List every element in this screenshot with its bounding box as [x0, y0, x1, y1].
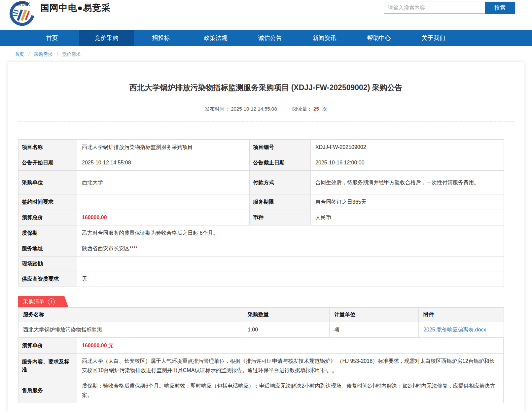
table-row: 预算总价 160000.00 币种 人民币 — [18, 210, 504, 225]
field-label: 公告截止日期 — [250, 155, 311, 171]
nav-item-news[interactable]: 新闻资讯 — [297, 30, 352, 46]
field-value-service-term: 自合同签订之日365天 — [311, 194, 504, 210]
publish-time-value: 2025-10-12 14:55:08 — [231, 106, 277, 112]
purchase-list-count-badge: 1 — [48, 298, 55, 305]
field-value-purchaser: 西北大学 — [77, 171, 250, 194]
field-value-project-no: XDJJ-FW-202509002 — [311, 140, 504, 155]
field-label: 币种 — [250, 210, 311, 225]
field-value-currency: 人民币 — [311, 210, 504, 225]
table-header-row: 服务名称 采购数量 计量单位 附件 — [18, 308, 504, 322]
table-row: 售后服务 质保期：验收合格后质保期6个月。响应时效：即时响应（包括电话响应）；电… — [18, 378, 504, 403]
table-row: 服务内容、要求及标准 西北大学（太白、长安校区）属于大气环境重点排污管理单位，根… — [18, 354, 504, 378]
table-row: 供应商资质要求 无 — [18, 271, 504, 287]
read-count-unit: 次 — [322, 106, 327, 112]
site-title: 国网中电●易竞采 — [40, 2, 111, 14]
field-value-sign-time — [77, 194, 250, 210]
search-input[interactable] — [384, 2, 485, 14]
announcement-card: 西北大学锅炉排放污染物指标监测服务采购项目 (XDJJ-FW-202509002… — [8, 62, 524, 412]
site-logo-icon: 易竞采 — [7, 0, 37, 28]
field-value-payment: 合同生效后，待服务期满并经甲方验收合格后，一次性付清服务费用。 — [311, 171, 504, 194]
breadcrumb-separator: / — [57, 52, 58, 57]
read-count-label: 阅读量： — [292, 106, 312, 112]
field-value-warranty: 乙方对合同服务的质量保证期为验收合格后之日起 6个月。 — [77, 225, 504, 241]
field-label: 服务期限 — [250, 194, 311, 210]
field-label: 供应商资质要求 — [18, 271, 77, 287]
purchase-detail-table: 预算单价 160000.00 元 服务内容、要求及标准 西北大学（太白、长安校区… — [18, 338, 504, 403]
nav-item-about[interactable]: 关于我们 — [406, 30, 461, 46]
table-row: 西北大学锅炉排放污染物指标监测 1.00 项 2025.竞价响应偏离表.docx — [18, 322, 504, 338]
cell-quantity: 1.00 — [243, 322, 330, 338]
project-info-table: 项目名称 西北大学锅炉排放污染物指标监测服务采购项目 项目编号 XDJJ-FW-… — [18, 139, 504, 287]
field-label: 项目名称 — [18, 140, 77, 155]
page-title: 西北大学锅炉排放污染物指标监测服务采购项目 (XDJJ-FW-202509002… — [8, 83, 524, 93]
search-area: 搜索 — [384, 2, 515, 14]
cell-unit: 项 — [330, 322, 419, 338]
top-header: 易竞采 国网中电●易竞采 搜索 — [0, 0, 532, 30]
field-label: 预算总价 — [18, 210, 77, 225]
table-row: 采购单位 西北大学 付款方式 合同生效后，待服务期满并经甲方验收合格后，一次性付… — [18, 171, 504, 194]
field-value-project-name: 西北大学锅炉排放污染物指标监测服务采购项目 — [77, 140, 250, 155]
dashed-divider — [18, 121, 514, 121]
purchase-list-tag: 采购清单 1 — [18, 296, 68, 307]
breadcrumb-purchase-demand[interactable]: 采购需求 — [34, 52, 53, 57]
field-value-service-content: 西北大学（太白、长安校区）属于大气环境重点排污管理单位，根据《排污许可证申请与核… — [77, 354, 504, 378]
table-row: 现场踏勘 — [18, 257, 504, 271]
breadcrumb: 首页 / 采购需求 / 竞价需求 — [0, 46, 532, 62]
nav-item-integrity[interactable]: 诚信公告 — [243, 30, 297, 46]
nav-item-tenders[interactable]: 招投标 — [134, 30, 188, 46]
main-nav: 首页 竞价采购 招投标 政策法规 诚信公告 新闻资讯 帮助中心 关于我们 — [0, 30, 532, 46]
field-label: 售后服务 — [18, 378, 77, 403]
field-value-end-date: 2025-10-16 12:00:00 — [311, 155, 504, 171]
field-value-aftersale-service: 质保期：验收合格后质保期6个月。响应时效：即时响应（包括电话响应）；电话响应无法… — [77, 378, 504, 403]
publish-time-label: 发布时间： — [205, 106, 230, 112]
field-value-site-survey — [77, 257, 504, 271]
purchase-list-table: 服务名称 采购数量 计量单位 附件 西北大学锅炉排放污染物指标监测 1.00 项… — [18, 307, 504, 338]
attachment-link[interactable]: 2025.竞价响应偏离表.docx — [423, 327, 486, 332]
field-value-total-budget: 160000.00 — [77, 210, 250, 225]
table-row: 签约时间要求 服务期限 自合同签订之日365天 — [18, 194, 504, 210]
field-value-address: 陕西省西安市长安区**** — [77, 241, 504, 257]
purchase-list-tag-label: 采购清单 — [23, 298, 44, 305]
site-logo[interactable]: 易竞采 — [7, 0, 37, 28]
field-label: 签约时间要求 — [18, 194, 77, 210]
column-header-service-name: 服务名称 — [18, 308, 243, 322]
field-label: 采购单位 — [18, 171, 77, 194]
breadcrumb-current: 竞价需求 — [62, 52, 81, 57]
field-label: 质保期 — [18, 225, 77, 241]
nav-item-policies[interactable]: 政策法规 — [188, 30, 243, 46]
field-label: 公告开始日期 — [18, 155, 77, 171]
field-label: 付款方式 — [250, 171, 311, 194]
cell-service-name: 西北大学锅炉排放污染物指标监测 — [18, 322, 243, 338]
field-label: 服务内容、要求及标准 — [18, 354, 77, 378]
table-row: 项目名称 西北大学锅炉排放污染物指标监测服务采购项目 项目编号 XDJJ-FW-… — [18, 140, 504, 155]
column-header-unit: 计量单位 — [330, 308, 419, 322]
field-label: 预算单价 — [18, 338, 77, 354]
column-header-quantity: 采购数量 — [243, 308, 330, 322]
logo-text: 易竞采 — [17, 1, 30, 7]
table-row: 质保期 乙方对合同服务的质量保证期为验收合格后之日起 6个月。 — [18, 225, 504, 241]
read-count-value: 25 — [313, 106, 319, 112]
field-label: 服务地址 — [18, 241, 77, 257]
publish-info: 发布时间： 2025-10-12 14:55:08 阅读量： 25 次 — [8, 106, 524, 112]
field-value-unit-budget: 160000.00 元 — [77, 338, 504, 354]
breadcrumb-separator: / — [28, 52, 30, 57]
nav-item-bidding-purchase[interactable]: 竞价采购 — [79, 30, 134, 46]
column-header-attachment: 附件 — [419, 308, 504, 322]
table-row: 预算单价 160000.00 元 — [18, 338, 504, 354]
field-value-supplier-qualification: 无 — [77, 271, 504, 287]
field-label: 项目编号 — [250, 140, 311, 155]
nav-item-help[interactable]: 帮助中心 — [352, 30, 406, 46]
table-row: 服务地址 陕西省西安市长安区**** — [18, 241, 504, 257]
breadcrumb-home[interactable]: 首页 — [15, 52, 24, 57]
nav-item-home[interactable]: 首页 — [25, 30, 79, 46]
table-row: 公告开始日期 2025-10-12 14:55:08 公告截止日期 2025-1… — [18, 155, 504, 171]
field-value-start-date: 2025-10-12 14:55:08 — [77, 155, 250, 171]
field-label: 现场踏勘 — [18, 257, 77, 271]
search-button[interactable]: 搜索 — [485, 2, 515, 14]
